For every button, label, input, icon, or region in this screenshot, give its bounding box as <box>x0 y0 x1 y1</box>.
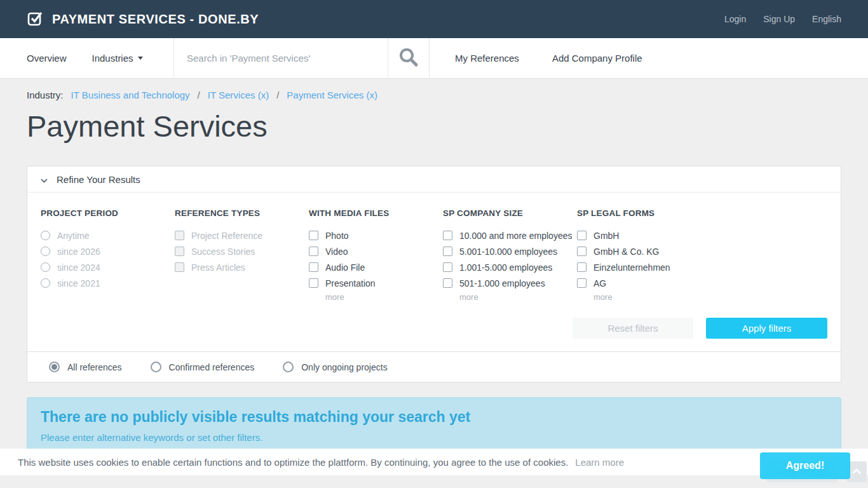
checkbox-gmbh-co-kg[interactable]: GmbH & Co. KG <box>577 243 827 259</box>
chevron-down-icon <box>41 174 48 185</box>
radio-all-references[interactable]: All references <box>49 362 122 372</box>
checkbox-audio-file[interactable]: Audio File <box>309 259 443 275</box>
learn-more-link[interactable]: Learn more <box>575 457 624 468</box>
refine-results-header[interactable]: Refine Your Results <box>27 166 841 193</box>
login-link[interactable]: Login <box>724 14 746 24</box>
radio-anytime[interactable]: Anytime <box>41 227 175 243</box>
nav-add-company-profile[interactable]: Add Company Profile <box>552 53 642 64</box>
radio-icon <box>41 247 50 256</box>
reference-scope-bar: All references Confirmed references Only… <box>27 352 841 383</box>
reset-filters-button[interactable]: Reset filters <box>573 318 693 339</box>
radio-only-ongoing-projects[interactable]: Only ongoing projects <box>283 362 387 372</box>
radio-icon <box>151 362 161 372</box>
nav-left-group: Overview Industries <box>0 38 173 78</box>
radio-icon <box>41 278 50 288</box>
checkbox-icon <box>175 231 184 240</box>
checkbox-icon <box>175 262 184 272</box>
filter-group-project-period: PROJECT PERIOD Anytime since 2026 since … <box>41 205 175 302</box>
refine-results-panel: Refine Your Results PROJECT PERIOD Anyti… <box>27 166 841 352</box>
checkbox-icon <box>577 262 587 272</box>
radio-icon <box>41 262 50 272</box>
radio-icon <box>41 231 50 240</box>
radio-icon <box>283 362 294 372</box>
filter-group-reference-types: REFERENCE TYPES Project Reference Succes… <box>175 205 309 302</box>
checkbox-photo[interactable]: Photo <box>309 227 443 243</box>
account-links: Login Sign Up English <box>724 14 841 24</box>
breadcrumb-separator: / <box>276 90 279 100</box>
site-logo[interactable]: PAYMENT SERVICES - DONE.BY <box>27 10 259 29</box>
checkbox-icon <box>309 262 318 272</box>
agree-cookies-button[interactable]: Agreed! <box>760 452 850 479</box>
nav-industries-label: Industries <box>92 53 133 64</box>
more-link-company-size[interactable]: more <box>459 292 478 302</box>
radio-since-2021[interactable]: since 2021 <box>41 275 175 291</box>
filter-group-title: REFERENCE TYPES <box>175 208 309 218</box>
signup-link[interactable]: Sign Up <box>763 14 795 24</box>
top-header-bar: PAYMENT SERVICES - DONE.BY Login Sign Up… <box>0 0 868 38</box>
filter-panel-body: PROJECT PERIOD Anytime since 2026 since … <box>27 193 841 351</box>
no-results-subtitle: Please enter alternative keywords or set… <box>41 432 827 443</box>
checkbox-gmbh[interactable]: GmbH <box>577 227 827 243</box>
filter-group-title: WITH MEDIA FILES <box>309 208 443 218</box>
apply-filters-button[interactable]: Apply filters <box>706 318 827 339</box>
search-button[interactable] <box>388 38 430 78</box>
nav-right-group: My References Add Company Profile <box>430 38 868 78</box>
checkbox-icon <box>443 278 452 288</box>
cookie-consent-bar: This website uses cookies to enable cert… <box>0 449 868 475</box>
site-title: PAYMENT SERVICES - DONE.BY <box>52 12 259 27</box>
language-link[interactable]: English <box>812 14 841 24</box>
checkbox-1001-5000-employees[interactable]: 1.001-5.000 employees <box>443 259 577 275</box>
more-link-legal-forms[interactable]: more <box>593 292 613 302</box>
checkbox-icon <box>309 231 318 240</box>
radio-confirmed-references[interactable]: Confirmed references <box>151 362 255 372</box>
filter-group-title: SP COMPANY SIZE <box>443 208 577 218</box>
breadcrumb: Industry: IT Business and Technology / I… <box>27 90 841 100</box>
checkbox-einzelunternehmen[interactable]: Einzelunternehmen <box>577 259 827 275</box>
checkbox-icon <box>309 247 318 256</box>
no-results-title: There are no publicly visible results ma… <box>41 409 827 426</box>
more-link-media-files[interactable]: more <box>325 292 344 302</box>
checkbox-icon <box>443 231 452 240</box>
no-results-notice: There are no publicly visible results ma… <box>27 397 841 456</box>
breadcrumb-link-industry[interactable]: IT Business and Technology <box>71 90 190 100</box>
filter-group-title: SP LEGAL FORMS <box>577 208 827 218</box>
checkbox-5001-10000-employees[interactable]: 5.001-10.000 employees <box>443 243 577 259</box>
checkbox-icon <box>577 231 587 240</box>
radio-selected-icon <box>49 362 60 372</box>
breadcrumb-separator: / <box>198 90 200 100</box>
checkbox-project-reference[interactable]: Project Reference <box>175 227 309 243</box>
checkbox-10000-plus-employees[interactable]: 10.000 and more employees <box>443 227 577 243</box>
search-icon <box>398 46 419 71</box>
chevron-down-icon <box>138 57 143 60</box>
checkbox-ag[interactable]: AG <box>577 275 827 291</box>
checkbox-video[interactable]: Video <box>309 243 443 259</box>
breadcrumb-link-payment-services[interactable]: Payment Services (x) <box>287 90 377 100</box>
main-navbar: Overview Industries My References Add Co… <box>0 38 868 79</box>
checkbox-logo-icon <box>27 10 44 29</box>
checkbox-501-1000-employees[interactable]: 501-1.000 employees <box>443 275 577 291</box>
refine-results-title: Refine Your Results <box>57 174 140 185</box>
checkbox-success-stories[interactable]: Success Stories <box>175 243 309 259</box>
filter-actions: Reset filters Apply filters <box>41 318 827 339</box>
checkbox-icon <box>443 262 452 272</box>
filter-group-media-files: WITH MEDIA FILES Photo Video Audio File … <box>309 205 443 302</box>
breadcrumb-link-it-services[interactable]: IT Services (x) <box>208 90 269 100</box>
search-input[interactable] <box>174 38 388 78</box>
search-field-wrap <box>173 38 388 78</box>
radio-since-2026[interactable]: since 2026 <box>41 243 175 259</box>
nav-overview[interactable]: Overview <box>27 53 67 64</box>
checkbox-presentation[interactable]: Presentation <box>309 275 443 291</box>
filter-columns: PROJECT PERIOD Anytime since 2026 since … <box>41 205 827 302</box>
checkbox-icon <box>577 247 587 256</box>
page: PAYMENT SERVICES - DONE.BY Login Sign Up… <box>0 0 868 488</box>
checkbox-press-articles[interactable]: Press Articles <box>175 259 309 275</box>
filter-group-legal-forms: SP LEGAL FORMS GmbH GmbH & Co. KG Einzel… <box>577 205 827 302</box>
nav-my-references[interactable]: My References <box>455 53 519 64</box>
checkbox-icon <box>175 247 184 256</box>
checkbox-icon <box>309 278 318 288</box>
nav-industries-dropdown[interactable]: Industries <box>92 53 143 64</box>
chevron-up-icon <box>851 467 862 477</box>
breadcrumb-label: Industry: <box>27 90 64 100</box>
radio-since-2024[interactable]: since 2024 <box>41 259 175 275</box>
cookie-message: This website uses cookies to enable cert… <box>18 457 568 468</box>
